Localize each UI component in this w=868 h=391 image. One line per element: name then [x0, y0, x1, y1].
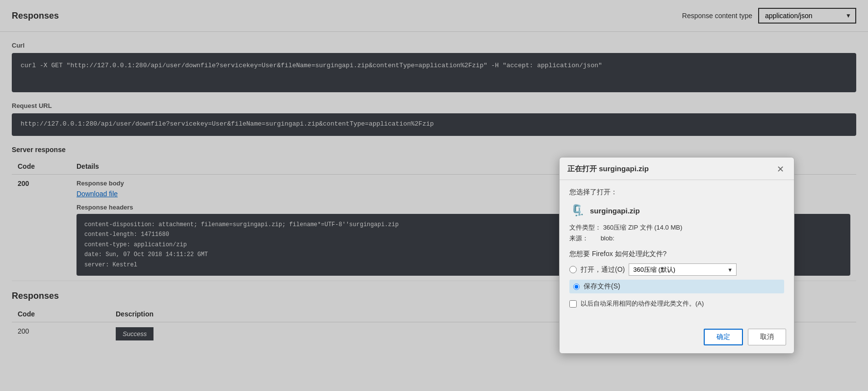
- file-type-label: 文件类型：: [569, 223, 601, 232]
- source-label: 来源：: [569, 234, 599, 243]
- page-wrapper: Responses Response content type applicat…: [0, 0, 868, 391]
- modal-footer: 确定 取消: [560, 324, 794, 353]
- save-radio-input[interactable]: [573, 284, 580, 290]
- modal-overlay: 正在打开 surgingapi.zip ✕ 您选择了打开： 🗜️ surging…: [0, 0, 868, 391]
- modal-header: 正在打开 surgingapi.zip ✕: [560, 157, 794, 180]
- app-select[interactable]: 360压缩 (默认): [629, 263, 737, 276]
- file-info-row: 🗜️ surgingapi.zip: [569, 203, 784, 218]
- modal-subtitle: 您选择了打开：: [569, 188, 784, 197]
- confirm-button[interactable]: 确定: [704, 329, 743, 345]
- save-radio-row: 保存文件(S): [569, 280, 784, 293]
- open-radio-row: 打开，通过(O) 360压缩 (默认): [569, 263, 784, 276]
- save-radio-label: 保存文件(S): [584, 282, 620, 291]
- modal-body: 您选择了打开： 🗜️ surgingapi.zip 文件类型： 360压缩 ZI…: [560, 180, 794, 324]
- open-radio-label: 打开，通过(O): [581, 265, 625, 274]
- auto-checkbox-row: 以后自动采用相同的动作处理此类文件。(A): [569, 299, 784, 308]
- cancel-button[interactable]: 取消: [748, 329, 786, 345]
- file-source-meta: 来源： blob:: [569, 234, 784, 243]
- modal-close-button[interactable]: ✕: [775, 165, 786, 174]
- auto-checkbox-label: 以后自动采用相同的动作处理此类文件。(A): [581, 299, 704, 308]
- file-type-value: 360压缩 ZIP 文件 (14.0 MB): [603, 224, 683, 231]
- source-value: blob:: [601, 235, 614, 242]
- auto-checkbox-input[interactable]: [569, 300, 577, 308]
- app-select-wrapper[interactable]: 360压缩 (默认): [629, 263, 737, 276]
- file-type-meta: 文件类型： 360压缩 ZIP 文件 (14.0 MB): [569, 223, 784, 232]
- modal-dialog: 正在打开 surgingapi.zip ✕ 您选择了打开： 🗜️ surging…: [559, 157, 794, 354]
- zip-icon: 🗜️: [569, 203, 585, 218]
- action-question: 您想要 Firefox 如何处理此文件?: [569, 250, 784, 259]
- open-radio-input[interactable]: [569, 266, 577, 273]
- modal-title: 正在打开 surgingapi.zip: [567, 164, 649, 174]
- modal-filename: surgingapi.zip: [590, 207, 640, 215]
